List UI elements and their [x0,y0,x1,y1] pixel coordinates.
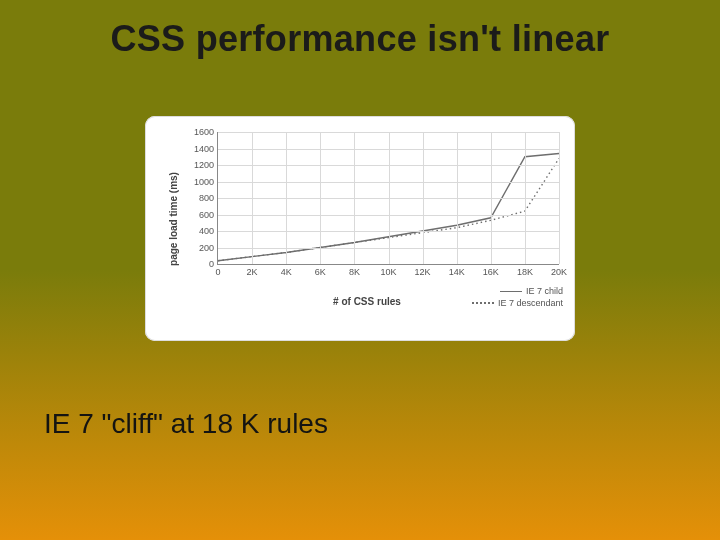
slide-caption: IE 7 "cliff" at 18 K rules [44,408,328,440]
gridline-v [491,132,492,264]
legend-label: IE 7 child [526,285,563,297]
x-tick: 2K [247,267,258,277]
x-axis-label: # of CSS rules [333,296,401,307]
gridline-v [457,132,458,264]
legend-label: IE 7 descendant [498,297,563,309]
y-tick: 400 [199,226,214,236]
y-tick: 1200 [194,160,214,170]
y-tick: 1600 [194,127,214,137]
gridline-v [286,132,287,264]
x-tick: 10K [380,267,396,277]
x-tick: 4K [281,267,292,277]
x-tick: 14K [449,267,465,277]
gridline-v [389,132,390,264]
legend-row: IE 7 child [472,285,563,297]
legend-swatch-solid [500,291,522,292]
x-tick: 18K [517,267,533,277]
y-tick: 0 [209,259,214,269]
chart-plot: 0200400600800100012001400160002K4K6K8K10… [217,132,559,265]
gridline-v [354,132,355,264]
x-tick: 20K [551,267,567,277]
legend-swatch-dotted [472,302,494,304]
x-tick: 16K [483,267,499,277]
y-tick: 1400 [194,144,214,154]
y-tick: 200 [199,243,214,253]
gridline-v [559,132,560,264]
chart-card: page load time (ms) # of CSS rules 02004… [145,116,575,341]
slide-title: CSS performance isn't linear [0,18,720,60]
chart-area: page load time (ms) # of CSS rules 02004… [169,126,565,311]
x-tick: 6K [315,267,326,277]
y-tick: 600 [199,210,214,220]
y-tick: 1000 [194,177,214,187]
legend-row: IE 7 descendant [472,297,563,309]
x-tick: 8K [349,267,360,277]
x-tick: 12K [415,267,431,277]
gridline-v [252,132,253,264]
chart-legend: IE 7 child IE 7 descendant [472,285,563,309]
x-tick: 0 [215,267,220,277]
slide: CSS performance isn't linear page load t… [0,0,720,540]
gridline-v [423,132,424,264]
y-tick: 800 [199,193,214,203]
gridline-v [320,132,321,264]
gridline-v [525,132,526,264]
y-axis-label: page load time (ms) [168,172,179,266]
